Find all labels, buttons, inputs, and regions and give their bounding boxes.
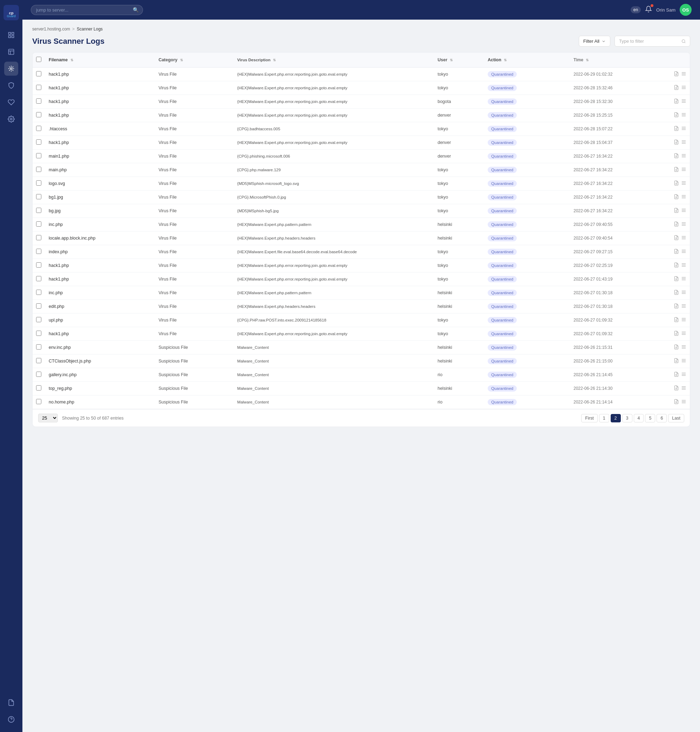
row-menu-icon[interactable]	[681, 262, 686, 269]
row-menu-icon[interactable]	[681, 153, 686, 159]
row-checkbox-21[interactable]	[36, 358, 41, 363]
row-checkbox-8[interactable]	[36, 180, 41, 186]
row-checkbox-24[interactable]	[36, 399, 41, 404]
col-header-time[interactable]: Time ⇅	[570, 53, 670, 68]
row-checkbox-18[interactable]	[36, 317, 41, 322]
row-checkbox-12[interactable]	[36, 235, 41, 240]
row-menu-icon[interactable]	[681, 71, 686, 77]
row-menu-icon[interactable]	[681, 112, 686, 118]
pagination-first[interactable]: First	[581, 414, 597, 422]
row-checkbox-1[interactable]	[36, 85, 41, 90]
row-view-icon[interactable]	[674, 385, 679, 392]
sidebar-item-dashboard[interactable]	[4, 28, 18, 42]
row-view-icon[interactable]	[674, 180, 679, 187]
row-checkbox-19[interactable]	[36, 331, 41, 336]
row-checkbox-10[interactable]	[36, 208, 41, 213]
filter-all-button[interactable]: Filter All	[579, 36, 610, 47]
row-menu-icon[interactable]	[681, 140, 686, 146]
row-checkbox-3[interactable]	[36, 112, 41, 117]
row-menu-icon[interactable]	[681, 344, 686, 351]
row-view-icon[interactable]	[674, 208, 679, 214]
row-view-icon[interactable]	[674, 140, 679, 146]
row-menu-icon[interactable]	[681, 126, 686, 132]
row-menu-icon[interactable]	[681, 249, 686, 255]
per-page-selector[interactable]: 102550100	[38, 414, 58, 422]
row-menu-icon[interactable]	[681, 303, 686, 310]
per-page-select[interactable]: 102550100	[38, 414, 58, 422]
app-logo[interactable]: cp Guard	[3, 4, 20, 21]
row-checkbox-22[interactable]	[36, 372, 41, 377]
row-menu-icon[interactable]	[681, 358, 686, 364]
row-checkbox-0[interactable]	[36, 71, 41, 76]
row-view-icon[interactable]	[674, 153, 679, 159]
row-checkbox-9[interactable]	[36, 194, 41, 199]
filter-search-input[interactable]	[619, 38, 679, 44]
row-view-icon[interactable]	[674, 71, 679, 77]
row-menu-icon[interactable]	[681, 372, 686, 378]
row-checkbox-5[interactable]	[36, 140, 41, 145]
notifications-bell[interactable]	[645, 6, 652, 14]
pagination-page-4[interactable]: 4	[634, 414, 644, 422]
row-view-icon[interactable]	[674, 372, 679, 378]
row-checkbox-20[interactable]	[36, 344, 41, 350]
row-menu-icon[interactable]	[681, 180, 686, 187]
row-view-icon[interactable]	[674, 249, 679, 255]
username-display[interactable]: Orin Sam	[656, 7, 675, 13]
row-checkbox-2[interactable]	[36, 98, 41, 104]
row-menu-icon[interactable]	[681, 317, 686, 323]
row-menu-icon[interactable]	[681, 194, 686, 200]
row-checkbox-7[interactable]	[36, 167, 41, 172]
pagination-last[interactable]: Last	[668, 414, 684, 422]
server-search[interactable]: 🔍	[31, 5, 143, 15]
row-menu-icon[interactable]	[681, 276, 686, 282]
row-checkbox-6[interactable]	[36, 153, 41, 158]
row-view-icon[interactable]	[674, 262, 679, 269]
row-menu-icon[interactable]	[681, 221, 686, 228]
row-view-icon[interactable]	[674, 290, 679, 296]
sidebar-item-settings[interactable]	[4, 112, 18, 126]
row-checkbox-17[interactable]	[36, 303, 41, 309]
pagination-page-3[interactable]: 3	[622, 414, 632, 422]
row-view-icon[interactable]	[674, 112, 679, 118]
row-menu-icon[interactable]	[681, 167, 686, 173]
sidebar-item-help[interactable]	[4, 712, 18, 726]
row-checkbox-15[interactable]	[36, 276, 41, 281]
row-view-icon[interactable]	[674, 221, 679, 228]
row-checkbox-4[interactable]	[36, 126, 41, 131]
sidebar-item-health[interactable]	[4, 95, 18, 109]
row-view-icon[interactable]	[674, 317, 679, 323]
server-search-input[interactable]	[31, 5, 143, 15]
row-menu-icon[interactable]	[681, 98, 686, 105]
row-menu-icon[interactable]	[681, 399, 686, 405]
row-menu-icon[interactable]	[681, 290, 686, 296]
col-header-action[interactable]: Action ⇅	[484, 53, 570, 68]
row-view-icon[interactable]	[674, 344, 679, 351]
row-view-icon[interactable]	[674, 235, 679, 241]
row-checkbox-13[interactable]	[36, 249, 41, 254]
sidebar-item-docs[interactable]	[4, 695, 18, 710]
row-checkbox-14[interactable]	[36, 262, 41, 268]
row-view-icon[interactable]	[674, 276, 679, 282]
row-view-icon[interactable]	[674, 85, 679, 91]
row-view-icon[interactable]	[674, 358, 679, 364]
col-header-user[interactable]: User ⇅	[434, 53, 484, 68]
pagination-page-5[interactable]: 5	[645, 414, 655, 422]
filter-search-box[interactable]	[615, 36, 690, 47]
row-view-icon[interactable]	[674, 399, 679, 405]
col-header-category[interactable]: Category ⇅	[155, 53, 234, 68]
row-menu-icon[interactable]	[681, 385, 686, 392]
sidebar-item-virus[interactable]	[4, 62, 18, 76]
row-view-icon[interactable]	[674, 303, 679, 310]
row-checkbox-23[interactable]	[36, 385, 41, 391]
pagination-page-6[interactable]: 6	[657, 414, 667, 422]
row-view-icon[interactable]	[674, 331, 679, 337]
row-menu-icon[interactable]	[681, 235, 686, 241]
language-selector[interactable]: en	[631, 6, 641, 13]
row-checkbox-16[interactable]	[36, 290, 41, 295]
col-header-virus[interactable]: Virus Description ⇅	[234, 53, 434, 68]
row-menu-icon[interactable]	[681, 208, 686, 214]
sidebar-item-analytics[interactable]	[4, 45, 18, 59]
row-view-icon[interactable]	[674, 126, 679, 132]
sidebar-item-shield[interactable]	[4, 78, 18, 93]
row-menu-icon[interactable]	[681, 85, 686, 91]
